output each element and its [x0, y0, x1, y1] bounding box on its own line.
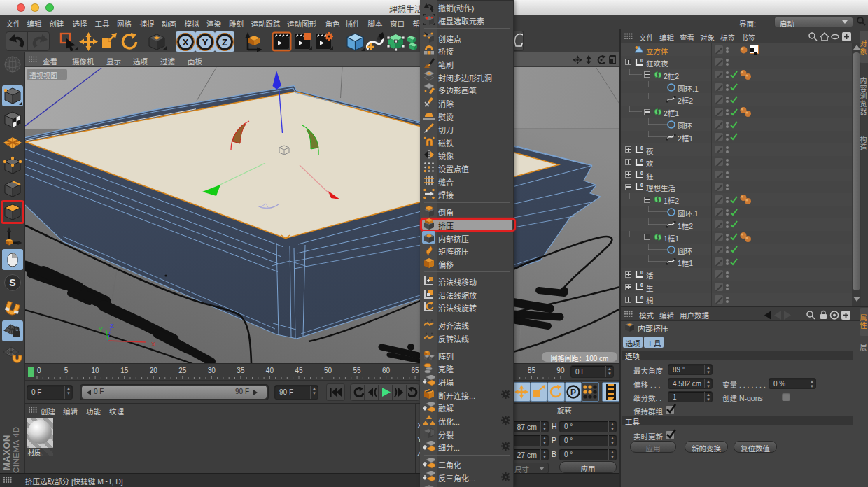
svg-text:35: 35	[237, 367, 245, 374]
svg-text:0: 0	[640, 283, 643, 288]
svg-text:0: 0	[640, 270, 643, 275]
svg-text:50: 50	[324, 367, 332, 374]
svg-text:40: 40	[266, 367, 274, 374]
svg-text:55: 55	[354, 367, 362, 374]
svg-text:Y: Y	[99, 326, 103, 333]
svg-text:0: 0	[640, 146, 643, 150]
svg-text:90: 90	[556, 367, 565, 374]
svg-text:Y: Y	[202, 37, 209, 48]
svg-text:Z: Z	[222, 37, 227, 48]
svg-text:30: 30	[208, 367, 216, 374]
svg-text:0: 0	[37, 367, 41, 374]
svg-text:20: 20	[150, 367, 158, 374]
svg-text:Z: Z	[110, 323, 114, 330]
svg-text:60: 60	[382, 367, 391, 374]
svg-text:P: P	[570, 388, 575, 397]
svg-text:65: 65	[412, 367, 420, 374]
svg-text:0: 0	[640, 158, 643, 163]
svg-text:0: 0	[640, 183, 643, 188]
svg-text:15: 15	[120, 367, 129, 374]
svg-text:85: 85	[528, 367, 536, 374]
svg-text:0: 0	[640, 295, 643, 300]
svg-text:45: 45	[295, 367, 303, 374]
svg-text:10: 10	[92, 367, 100, 374]
svg-text:5: 5	[64, 367, 69, 374]
svg-text:0: 0	[640, 171, 643, 176]
svg-text:0: 0	[640, 58, 643, 63]
svg-text:X: X	[183, 37, 189, 48]
svg-text:25: 25	[178, 367, 187, 374]
svg-text:S: S	[9, 277, 15, 288]
svg-text:X: X	[151, 341, 155, 348]
